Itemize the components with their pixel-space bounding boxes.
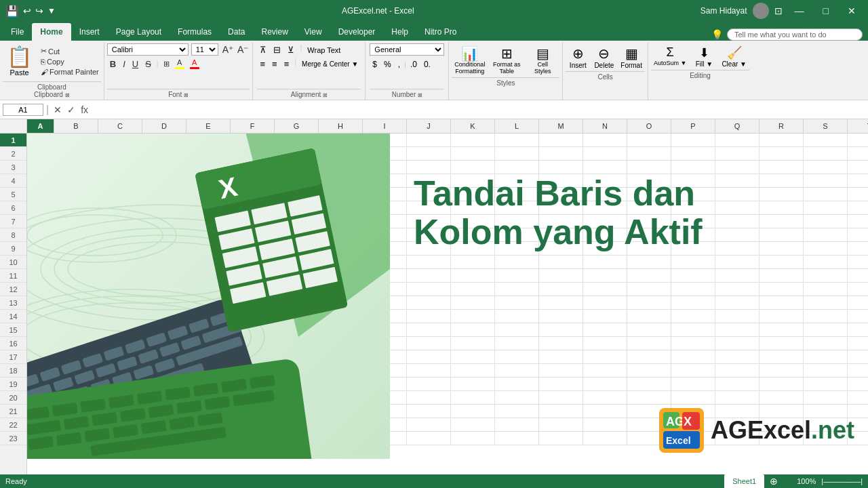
format-as-table-button[interactable]: ⊞ Format asTable <box>490 43 524 77</box>
cell-j1[interactable] <box>407 134 451 147</box>
align-right-button[interactable]: ≡ <box>281 58 292 70</box>
col-header-e[interactable]: E <box>186 119 231 133</box>
undo-icon[interactable]: ↩ <box>23 5 31 16</box>
currency-button[interactable]: $ <box>370 58 380 70</box>
increase-decimal-button[interactable]: .0 <box>408 58 420 70</box>
align-left-button[interactable]: ≡ <box>257 58 268 70</box>
tab-developer[interactable]: Developer <box>330 23 384 41</box>
font-size-select[interactable]: 11 <box>191 43 218 56</box>
italic-button[interactable]: I <box>120 58 128 70</box>
row-num-23[interactable]: 23 <box>0 432 26 445</box>
conditional-formatting-button[interactable]: 📊 ConditionalFormatting <box>452 43 488 77</box>
row-num-14[interactable]: 14 <box>0 310 26 323</box>
tab-review[interactable]: Review <box>253 23 296 41</box>
minimize-button[interactable]: — <box>788 3 811 19</box>
row-num-6[interactable]: 6 <box>0 201 26 215</box>
row-num-1[interactable]: 1 <box>0 134 26 147</box>
row-num-22[interactable]: 22 <box>0 418 26 432</box>
col-header-s[interactable]: S <box>804 119 848 133</box>
decrease-font-size-button[interactable]: A⁻ <box>236 44 250 55</box>
row-num-18[interactable]: 18 <box>0 364 26 378</box>
tab-insert[interactable]: Insert <box>71 23 108 41</box>
font-color-button[interactable]: A <box>188 57 201 70</box>
col-header-f[interactable]: F <box>231 119 275 133</box>
percent-button[interactable]: % <box>381 58 394 70</box>
close-button[interactable]: ✕ <box>841 3 863 19</box>
row-num-12[interactable]: 12 <box>0 283 26 296</box>
row-num-2[interactable]: 2 <box>0 147 26 161</box>
col-header-r[interactable]: R <box>760 119 804 133</box>
font-name-select[interactable]: Calibri <box>107 43 189 56</box>
border-button[interactable]: ⊞ <box>161 58 172 70</box>
maximize-button[interactable]: □ <box>816 3 835 19</box>
row-num-10[interactable]: 10 <box>0 256 26 269</box>
formula-input[interactable] <box>93 104 865 116</box>
col-header-k[interactable]: K <box>451 119 495 133</box>
row-num-3[interactable]: 3 <box>0 161 26 174</box>
cell-reference-input[interactable]: A1 <box>3 104 43 116</box>
copy-button[interactable]: ⎘ Copy <box>39 57 101 66</box>
tab-formulas[interactable]: Formulas <box>170 23 220 41</box>
delete-button[interactable]: ⊖ Delete <box>591 43 616 71</box>
cell-s1[interactable] <box>804 134 848 147</box>
autosum-button[interactable]: Σ AutoSum ▼ <box>651 43 689 70</box>
confirm-formula-button[interactable]: ✓ <box>65 104 77 115</box>
tab-view[interactable]: View <box>296 23 330 41</box>
insert-button[interactable]: ⊕ Insert <box>566 43 590 71</box>
row-num-16[interactable]: 16 <box>0 337 26 350</box>
cell-q1[interactable] <box>715 134 760 147</box>
col-header-b[interactable]: B <box>54 119 98 133</box>
row-num-11[interactable]: 11 <box>0 269 26 283</box>
save-icon[interactable]: 💾 <box>5 5 19 18</box>
col-header-p[interactable]: P <box>671 119 715 133</box>
cell-r1[interactable] <box>760 134 804 147</box>
col-header-t[interactable]: T <box>848 119 868 133</box>
col-header-c[interactable]: C <box>98 119 142 133</box>
increase-font-size-button[interactable]: A⁺ <box>221 44 235 55</box>
merge-center-button[interactable]: Merge & Center ▼ <box>299 58 361 70</box>
row-num-21[interactable]: 21 <box>0 405 26 418</box>
cell-o1[interactable] <box>627 134 671 147</box>
paste-button[interactable]: 📋 Paste <box>3 43 36 78</box>
tab-help[interactable]: Help <box>383 23 416 41</box>
fill-color-button[interactable]: A <box>173 57 186 70</box>
tab-data[interactable]: Data <box>220 23 253 41</box>
cut-button[interactable]: ✂ Cut <box>39 46 101 56</box>
wrap-text-button[interactable]: Wrap Text <box>304 43 343 56</box>
align-center-button[interactable]: ≡ <box>269 58 280 70</box>
strikethrough-button[interactable]: S <box>142 58 154 70</box>
cell-n1[interactable] <box>583 134 627 147</box>
add-sheet-button[interactable]: ⊕ <box>770 476 778 487</box>
align-middle-button[interactable]: ⊟ <box>271 43 283 56</box>
zoom-slider[interactable]: |—————| <box>821 477 863 485</box>
row-num-7[interactable]: 7 <box>0 215 26 228</box>
tab-home[interactable]: Home <box>32 23 71 41</box>
cell-m1[interactable] <box>539 134 583 147</box>
col-header-j[interactable]: J <box>407 119 451 133</box>
row-num-13[interactable]: 13 <box>0 296 26 310</box>
insert-function-button[interactable]: fx <box>79 104 90 115</box>
tell-me-input[interactable]: Tell me what you want to do <box>727 28 863 41</box>
row-num-15[interactable]: 15 <box>0 323 26 337</box>
number-format-select[interactable]: General <box>370 43 444 56</box>
col-header-q[interactable]: Q <box>715 119 760 133</box>
tab-nitro-pro[interactable]: Nitro Pro <box>416 23 465 41</box>
cell-styles-button[interactable]: ▤ CellStyles <box>526 43 559 77</box>
col-header-a[interactable]: A <box>27 119 54 133</box>
tab-file[interactable]: File <box>3 23 32 41</box>
tab-page-layout[interactable]: Page Layout <box>108 23 170 41</box>
row-num-9[interactable]: 9 <box>0 242 26 256</box>
col-header-d[interactable]: D <box>142 119 186 133</box>
comma-button[interactable]: , <box>395 58 403 70</box>
bold-button[interactable]: B <box>107 58 119 70</box>
col-header-o[interactable]: O <box>627 119 671 133</box>
row-num-4[interactable]: 4 <box>0 174 26 188</box>
col-header-m[interactable]: M <box>539 119 583 133</box>
format-painter-button[interactable]: 🖌 Format Painter <box>39 67 101 77</box>
align-bottom-button[interactable]: ⊻ <box>285 43 297 56</box>
cancel-formula-button[interactable]: ✕ <box>52 104 64 115</box>
col-header-l[interactable]: L <box>495 119 539 133</box>
fill-button[interactable]: ⬇ Fill ▼ <box>690 43 717 70</box>
clear-button[interactable]: 🧹 Clear ▼ <box>719 43 749 70</box>
cell-p1[interactable] <box>671 134 715 147</box>
